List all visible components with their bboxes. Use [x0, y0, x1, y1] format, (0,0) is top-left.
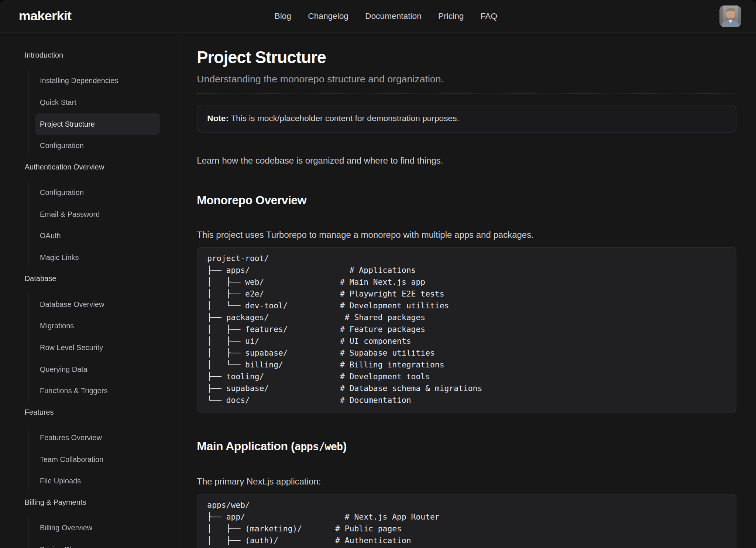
- main-nav: BlogChangelogDocumentationPricingFAQ: [275, 11, 497, 21]
- sidebar-section-title: Introduction: [0, 50, 180, 60]
- nav-link-blog[interactable]: Blog: [275, 11, 291, 21]
- nav-link-changelog[interactable]: Changelog: [308, 11, 348, 21]
- sidebar-section-introduction: Introduction Installing DependenciesQuic…: [0, 50, 180, 157]
- note-label: Note:: [207, 114, 228, 123]
- doc-sections: Monorepo Overview This project uses Turb…: [197, 192, 736, 548]
- section-paragraph: The primary Next.js application:: [197, 475, 736, 488]
- sidebar-item-row-level-security[interactable]: Row Level Security: [35, 337, 160, 359]
- section-monorepo-overview: Monorepo Overview This project uses Turb…: [197, 192, 736, 412]
- section-main-application: Main Application (apps/web) The primary …: [197, 438, 736, 548]
- sidebar-item-list: Billing OverviewPricing Plans: [28, 517, 179, 548]
- heading-code: apps/web: [295, 441, 343, 452]
- code-block-monorepo-overview: project-root/ ├── apps/ # Applications │…: [197, 247, 736, 412]
- doc-content: Project Structure Understanding the mono…: [180, 32, 756, 548]
- brand-logo[interactable]: makerkit: [19, 8, 72, 24]
- nav-link-documentation[interactable]: Documentation: [365, 11, 421, 21]
- sidebar-item-billing-overview[interactable]: Billing Overview: [35, 517, 160, 539]
- sidebar-item-configuration[interactable]: Configuration: [35, 182, 160, 203]
- docs-page: makerkit BlogChangelogDocumentationPrici…: [0, 0, 756, 548]
- sidebar-item-email-password[interactable]: Email & Password: [35, 203, 160, 225]
- sidebar-section-title: Database: [0, 274, 180, 284]
- sidebar-item-features-overview[interactable]: Features Overview: [35, 427, 160, 449]
- heading-text: ): [343, 439, 347, 452]
- user-avatar[interactable]: [719, 6, 741, 27]
- sidebar-item-list: Database OverviewMigrationsRow Level Sec…: [28, 294, 179, 402]
- sidebar-item-list: ConfigurationEmail & PasswordOAuthMagic …: [28, 182, 179, 268]
- sidebar-item-oauth[interactable]: OAuth: [35, 225, 160, 247]
- page-title: Project Structure: [197, 46, 736, 68]
- sidebar-section-database: Database Database OverviewMigrationsRow …: [0, 274, 180, 402]
- section-paragraph: This project uses Turborepo to manage a …: [197, 229, 736, 242]
- note-text: This is mock/placeholder content for dem…: [231, 114, 459, 123]
- page-subtitle: Understanding the monorepo structure and…: [197, 72, 736, 86]
- section-heading: Main Application (apps/web): [197, 438, 736, 455]
- intro-paragraph: Learn how the codebase is organized and …: [197, 154, 736, 167]
- heading-text: Main Application (: [197, 439, 295, 452]
- sidebar-section-title: Billing & Payments: [0, 497, 180, 507]
- sidebar-section-billing-payments: Billing & Payments Billing OverviewPrici…: [0, 497, 180, 548]
- sidebar-item-list: Features OverviewTeam CollaborationFile …: [28, 427, 179, 492]
- note-callout: Note: This is mock/placeholder content f…: [197, 105, 736, 133]
- sidebar-item-file-uploads[interactable]: File Uploads: [35, 470, 160, 492]
- sidebar-item-configuration[interactable]: Configuration: [35, 135, 160, 157]
- nav-link-pricing[interactable]: Pricing: [438, 11, 464, 21]
- section-heading: Monorepo Overview: [197, 192, 736, 208]
- sidebar-item-migrations[interactable]: Migrations: [35, 315, 160, 337]
- sidebar-section-authentication-overview: Authentication Overview ConfigurationEma…: [0, 162, 180, 268]
- sidebar-item-installing-dependencies[interactable]: Installing Dependencies: [35, 70, 160, 92]
- sidebar: Introduction Installing DependenciesQuic…: [0, 32, 180, 548]
- sidebar-item-team-collaboration[interactable]: Team Collaboration: [35, 449, 160, 470]
- top-navbar: makerkit BlogChangelogDocumentationPrici…: [0, 0, 756, 32]
- sidebar-item-functions-triggers[interactable]: Functions & Triggers: [35, 380, 160, 402]
- code-block-main-application: apps/web/ ├── app/ # Next.js App Router …: [197, 494, 736, 548]
- sidebar-item-project-structure[interactable]: Project Structure: [35, 113, 160, 135]
- sidebar-item-database-overview[interactable]: Database Overview: [35, 294, 160, 315]
- dotted-divider: [197, 93, 736, 94]
- heading-text: Monorepo Overview: [197, 193, 306, 207]
- sidebar-section-title: Authentication Overview: [0, 162, 180, 172]
- sidebar-item-list: Installing DependenciesQuick StartProjec…: [28, 70, 179, 157]
- sidebar-item-querying-data[interactable]: Querying Data: [35, 359, 160, 380]
- sidebar-section-features: Features Features OverviewTeam Collabora…: [0, 407, 180, 492]
- sidebar-section-title: Features: [0, 407, 180, 417]
- user-avatar-photo: [719, 6, 741, 27]
- sidebar-item-magic-links[interactable]: Magic Links: [35, 247, 160, 268]
- nav-link-faq[interactable]: FAQ: [481, 11, 497, 21]
- sidebar-item-quick-start[interactable]: Quick Start: [35, 92, 160, 113]
- sidebar-item-pricing-plans[interactable]: Pricing Plans: [35, 539, 160, 548]
